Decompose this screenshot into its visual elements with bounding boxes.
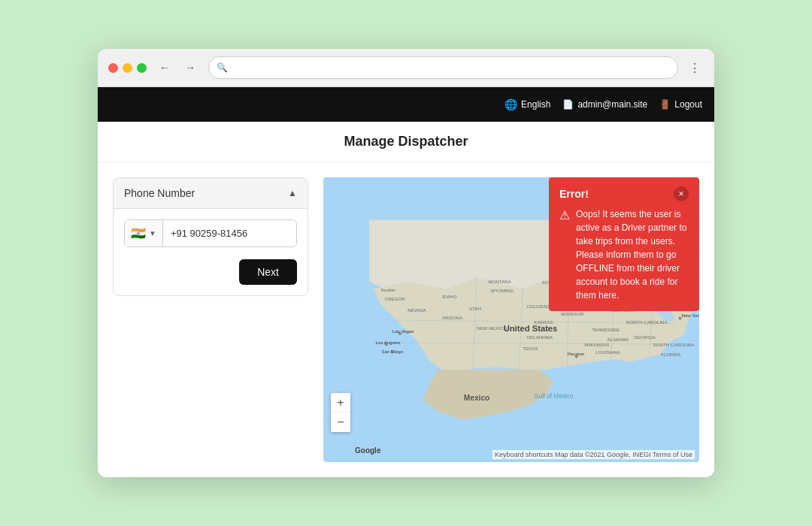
country-code-selector[interactable]: 🇮🇳 ▼ (125, 220, 163, 246)
svg-text:Mexico: Mexico (464, 394, 490, 402)
svg-text:San Diego: San Diego (382, 349, 404, 354)
error-toast-header: Error! × (559, 186, 689, 201)
svg-text:TEXAS: TEXAS (523, 346, 538, 351)
browser-menu-button[interactable]: ⋮ (686, 58, 704, 78)
error-toast-title: Error! (559, 188, 589, 200)
globe-icon: 🌐 (504, 98, 517, 110)
svg-text:MISSOURI: MISSOURI (561, 311, 584, 316)
svg-text:FLORIDA: FLORIDA (661, 352, 681, 357)
map-area: Gulf of Mexico United States Chicago New… (323, 177, 699, 462)
svg-text:Los Angeles: Los Angeles (375, 340, 400, 345)
search-icon: 🔍 (217, 62, 228, 73)
svg-text:Gulf of Mexico: Gulf of Mexico (534, 393, 574, 400)
flag-icon: 🇮🇳 (131, 226, 146, 240)
language-selector[interactable]: 🌐 English (504, 98, 550, 110)
svg-text:NEVADA: NEVADA (408, 307, 427, 313)
phone-card-body: 🇮🇳 ▼ Next (114, 209, 308, 295)
traffic-lights (108, 63, 147, 73)
warning-icon: ⚠ (559, 208, 570, 302)
admin-label: admin@main.site (577, 99, 647, 110)
svg-text:Houston: Houston (567, 351, 584, 356)
svg-text:SOUTH CAROLINA: SOUTH CAROLINA (653, 342, 695, 347)
svg-text:New York: New York (682, 313, 699, 318)
admin-link[interactable]: 📄 admin@main.site (562, 99, 647, 110)
google-logo: Google (355, 446, 380, 455)
svg-text:GEORGIA: GEORGIA (634, 334, 656, 340)
document-icon: 📄 (562, 99, 574, 110)
address-bar[interactable]: 🔍 (208, 56, 678, 79)
logout-label: Logout (674, 99, 702, 110)
svg-text:KANSAS: KANSAS (535, 319, 553, 325)
back-button[interactable]: ← (154, 57, 175, 78)
logout-button[interactable]: 🚪 Logout (659, 99, 702, 110)
svg-text:IDAHO: IDAHO (442, 294, 457, 299)
nav-buttons: ← → (154, 57, 201, 78)
svg-text:NORTH CAROLINA: NORTH CAROLINA (626, 319, 668, 325)
maximize-window-button[interactable] (137, 63, 147, 73)
phone-input-row: 🇮🇳 ▼ (124, 219, 297, 247)
svg-text:ALABAMA: ALABAMA (607, 337, 630, 342)
forward-button[interactable]: → (180, 57, 201, 78)
error-message: Oops! It seems the user is active as a D… (576, 207, 689, 302)
close-window-button[interactable] (108, 63, 118, 73)
svg-text:Las Vegas: Las Vegas (392, 328, 414, 334)
svg-text:UTAH: UTAH (469, 306, 481, 311)
svg-text:LOUISIANA: LOUISIANA (595, 349, 621, 355)
svg-text:WYOMING: WYOMING (490, 288, 514, 293)
phone-input[interactable] (163, 222, 297, 245)
svg-text:ARIZONA: ARIZONA (442, 316, 463, 321)
svg-text:Seattle: Seattle (381, 287, 396, 292)
phone-card-header: Phone Number ▲ (114, 178, 308, 209)
app-main: Manage Dispatcher Phone Number ▲ 🇮🇳 (98, 122, 714, 477)
language-label: English (521, 99, 550, 110)
zoom-in-button[interactable]: + (331, 393, 350, 413)
browser-window: ← → 🔍 ⋮ 🌐 English 📄 admin@main.site 🚪 Lo… (98, 49, 714, 477)
browser-chrome: ← → 🔍 ⋮ (98, 49, 714, 87)
svg-text:United States: United States (504, 324, 558, 333)
map-zoom-controls: + − (331, 393, 350, 432)
page-title-bar: Manage Dispatcher (98, 122, 714, 162)
app-navbar: 🌐 English 📄 admin@main.site 🚪 Logout (98, 87, 714, 122)
chevron-up-icon: ▲ (288, 188, 297, 198)
error-toast-body: ⚠ Oops! It seems the user is active as a… (559, 207, 689, 302)
next-button[interactable]: Next (239, 259, 297, 285)
svg-text:NEW MEXICO: NEW MEXICO (477, 325, 507, 331)
minimize-window-button[interactable] (123, 63, 132, 73)
map-attribution: Keyboard shortcuts Map data ©2021 Google… (492, 450, 695, 459)
svg-text:TENNESSEE: TENNESSEE (592, 327, 620, 332)
svg-text:OKLAHOMA: OKLAHOMA (526, 334, 553, 340)
phone-card-title: Phone Number (124, 187, 195, 199)
page-title: Manage Dispatcher (110, 134, 702, 150)
svg-text:ARKANSAS: ARKANSAS (584, 342, 609, 347)
app-content: 🌐 English 📄 admin@main.site 🚪 Logout Man… (98, 87, 714, 477)
svg-text:MONTANA: MONTANA (488, 279, 511, 284)
error-toast: Error! × ⚠ Oops! It seems the user is ac… (549, 177, 699, 311)
content-area: Phone Number ▲ 🇮🇳 ▼ Next (98, 162, 714, 477)
left-panel: Phone Number ▲ 🇮🇳 ▼ Next (113, 177, 308, 462)
svg-text:OREGON: OREGON (385, 296, 405, 301)
zoom-out-button[interactable]: − (331, 413, 350, 432)
flag-chevron-icon: ▼ (149, 229, 156, 237)
logout-icon: 🚪 (659, 99, 671, 110)
error-close-button[interactable]: × (674, 186, 689, 201)
phone-card: Phone Number ▲ 🇮🇳 ▼ Next (113, 177, 308, 296)
